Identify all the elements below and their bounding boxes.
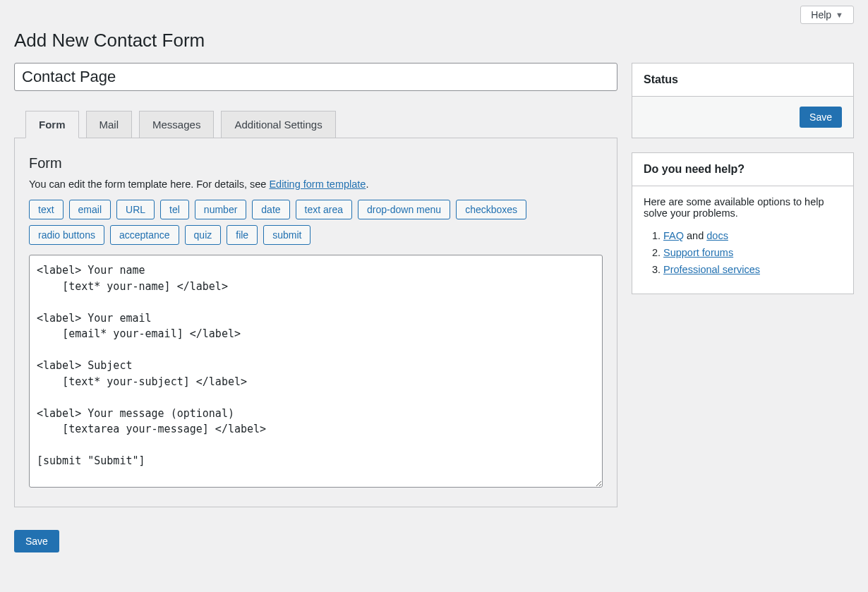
help-list-item-forums: Support forums bbox=[663, 247, 842, 258]
form-panel: Form You can edit the form template here… bbox=[14, 138, 617, 507]
tag-radio-button[interactable]: radio buttons bbox=[29, 225, 104, 245]
status-box-title: Status bbox=[632, 64, 853, 97]
status-save-button[interactable]: Save bbox=[800, 107, 842, 128]
tag-buttons-row: text email URL tel number date text area… bbox=[29, 200, 603, 245]
tab-additional-settings[interactable]: Additional Settings bbox=[221, 111, 335, 138]
save-button[interactable]: Save bbox=[14, 530, 59, 552]
tag-url-button[interactable]: URL bbox=[116, 200, 155, 219]
tab-mail[interactable]: Mail bbox=[86, 111, 133, 138]
help-toggle-button[interactable]: Help ▼ bbox=[800, 6, 854, 24]
tab-form[interactable]: Form bbox=[25, 111, 79, 138]
tag-checkboxes-button[interactable]: checkboxes bbox=[456, 200, 526, 219]
form-template-textarea[interactable] bbox=[29, 255, 603, 488]
panel-heading: Form bbox=[29, 155, 603, 171]
tag-email-button[interactable]: email bbox=[69, 200, 111, 219]
help-list: FAQ and docs Support forums Professional… bbox=[644, 230, 842, 275]
help-list-item-faq-docs: FAQ and docs bbox=[663, 230, 842, 241]
editing-form-template-link[interactable]: Editing form template bbox=[269, 179, 366, 190]
tag-submit-button[interactable]: submit bbox=[263, 225, 311, 245]
chevron-down-icon: ▼ bbox=[836, 11, 843, 19]
tag-file-button[interactable]: file bbox=[227, 225, 258, 245]
tab-row: Form Mail Messages Additional Settings bbox=[25, 111, 617, 138]
tag-acceptance-button[interactable]: acceptance bbox=[110, 225, 179, 245]
docs-link[interactable]: docs bbox=[706, 230, 728, 241]
tag-quiz-button[interactable]: quiz bbox=[185, 225, 222, 245]
support-forums-link[interactable]: Support forums bbox=[663, 247, 733, 258]
status-box: Status Save bbox=[632, 63, 854, 138]
professional-services-link[interactable]: Professional services bbox=[663, 264, 760, 275]
form-title-input[interactable] bbox=[14, 63, 617, 91]
tag-dropdown-button[interactable]: drop-down menu bbox=[358, 200, 450, 219]
help-list-item-professional: Professional services bbox=[663, 264, 842, 275]
tag-textarea-button[interactable]: text area bbox=[296, 200, 352, 219]
tag-text-button[interactable]: text bbox=[29, 200, 64, 219]
tag-date-button[interactable]: date bbox=[252, 200, 289, 219]
help-box-title: Do you need help? bbox=[632, 153, 853, 186]
faq-link[interactable]: FAQ bbox=[663, 230, 684, 241]
help-box: Do you need help? Here are some availabl… bbox=[632, 152, 854, 294]
page-title: Add New Contact Form bbox=[14, 30, 854, 52]
tag-number-button[interactable]: number bbox=[195, 200, 246, 219]
panel-description: You can edit the form template here. For… bbox=[29, 179, 603, 190]
help-button-label: Help bbox=[811, 9, 831, 20]
tab-messages[interactable]: Messages bbox=[139, 111, 214, 138]
tag-tel-button[interactable]: tel bbox=[160, 200, 189, 219]
help-intro-text: Here are some available options to help … bbox=[644, 196, 842, 219]
